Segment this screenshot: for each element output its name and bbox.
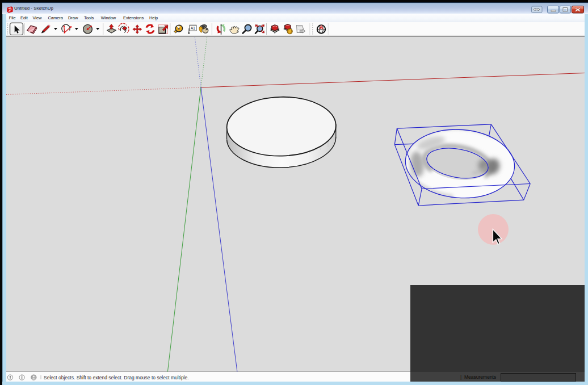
svg-text:A1: A1 xyxy=(191,26,195,30)
